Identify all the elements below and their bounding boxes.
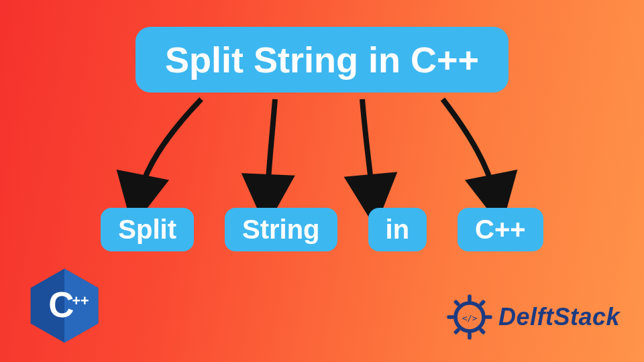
token-string: String [225,208,337,251]
svg-rect-8 [484,315,492,319]
token-in: in [368,208,427,251]
token-label: Split [118,215,176,244]
delftstack-logo: </> DelftStack [446,294,620,341]
token-label: C++ [475,215,526,244]
svg-text:</>: </> [462,313,478,323]
svg-rect-5 [468,294,472,302]
title-box: Split String in C++ [136,27,508,93]
cpp-logo-icon: C ++ [24,265,105,346]
svg-text:++: ++ [72,292,89,309]
svg-text:C: C [48,285,74,324]
token-split: Split [101,208,194,251]
delftstack-gear-icon: </> [446,294,493,341]
token-row: Split String in C++ [0,208,644,251]
token-label: in [386,215,410,244]
token-label: String [242,215,320,244]
brand-name: DelftStack [498,303,620,331]
svg-rect-7 [447,315,454,319]
token-cpp: C++ [458,208,543,251]
title-text: Split String in C++ [165,40,479,80]
svg-rect-6 [468,332,472,339]
